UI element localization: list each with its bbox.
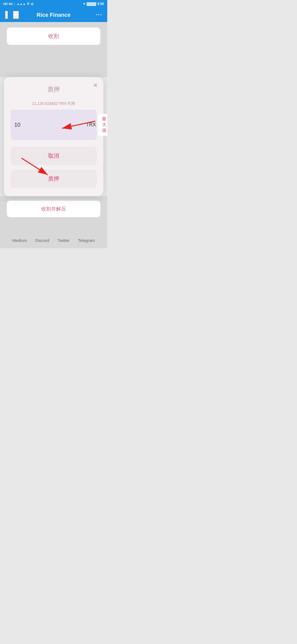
available-balance-text: 11,126.519432 TRX 可用 — [10, 101, 97, 106]
modal-close-button[interactable]: ✕ — [93, 82, 98, 89]
footer-link-discord[interactable]: Discord — [35, 238, 49, 243]
amount-input-row: TRX 最大值 — [10, 110, 97, 140]
battery-icon: ▓▓▓▓ — [87, 2, 96, 6]
status-bar: HD 4G↑↓ ▲▲▲ ⏱ ◎ ✴ ▓▓▓▓ 9:50 — [0, 0, 107, 8]
status-right: ✴ ▓▓▓▓ 9:50 — [83, 2, 104, 6]
bluetooth-icon: ✴ — [83, 2, 86, 6]
page-title: Rice Finance — [37, 12, 70, 18]
more-button[interactable]: ··· — [96, 11, 102, 18]
harvest-button-top[interactable]: 收割 — [7, 28, 100, 45]
max-value-button[interactable]: 最大值 — [98, 114, 107, 136]
status-timer: ⏱ — [27, 2, 30, 6]
status-wifi: ▲▲▲ — [17, 2, 26, 6]
nav-left: ‹ ✕ — [5, 11, 19, 19]
footer-link-medium[interactable]: Medium — [12, 238, 27, 243]
pledge-modal: ✕ 质押 11,126.519432 TRX 可用 TRX 最大值 取消 质押 — [4, 77, 103, 196]
currency-label: TRX — [86, 122, 96, 128]
close-button[interactable]: ✕ — [13, 11, 19, 19]
background-content-bottom: 收割并解压 — [0, 196, 107, 233]
footer-link-telegram[interactable]: Telegram — [78, 238, 95, 243]
harvest-decompress-button[interactable]: 收割并解压 — [7, 201, 100, 217]
nav-bar: ‹ ✕ Rice Finance ··· — [0, 8, 107, 22]
status-signal: HD 4G↑↓ — [3, 2, 16, 6]
status-left: HD 4G↑↓ ▲▲▲ ⏱ ◎ — [3, 2, 34, 6]
footer-link-twitter[interactable]: Twitter — [57, 238, 70, 243]
modal-wrapper: ✕ 质押 11,126.519432 TRX 可用 TRX 最大值 取消 质押 — [0, 77, 107, 196]
status-gps: ◎ — [31, 2, 34, 6]
time-display: 9:50 — [97, 2, 104, 6]
amount-input[interactable] — [14, 122, 84, 128]
background-content-top: 收割 — [0, 22, 107, 77]
cancel-button[interactable]: 取消 — [10, 147, 97, 165]
back-button[interactable]: ‹ — [5, 11, 8, 19]
pledge-button[interactable]: 质押 — [10, 170, 97, 188]
footer: Medium Discord Twitter Telegram — [0, 233, 107, 248]
modal-title: 质押 — [10, 85, 97, 94]
